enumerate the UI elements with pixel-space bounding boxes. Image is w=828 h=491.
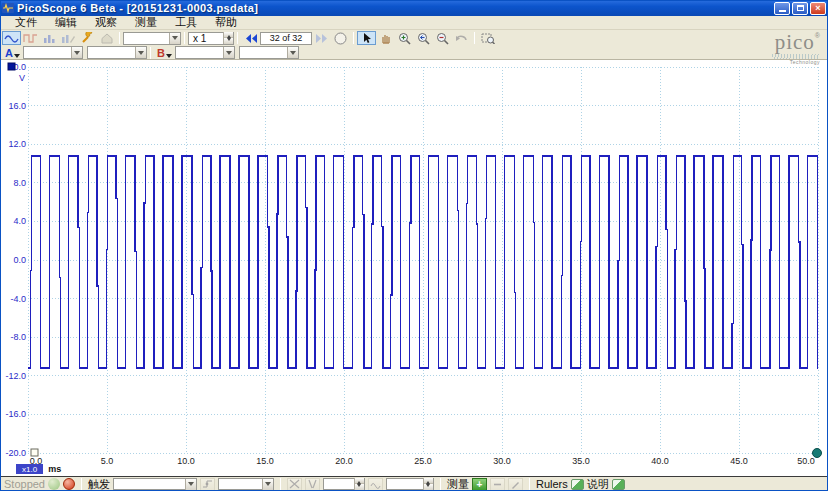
measurements-label: 测量 xyxy=(447,477,469,491)
x-axis-label: 35.0 xyxy=(572,456,590,466)
spectrum-view-button[interactable] xyxy=(21,31,40,45)
delete-measurement-button[interactable] xyxy=(490,478,505,491)
start-button[interactable] xyxy=(48,478,60,490)
channels-toolbar: A B xyxy=(0,46,828,60)
zoom-full-tool-button[interactable] xyxy=(414,31,433,45)
first-buffer-button[interactable] xyxy=(241,31,260,45)
add-measurement-button[interactable]: + xyxy=(472,478,487,491)
wrench-icon xyxy=(81,32,95,44)
marquee-zoom-icon xyxy=(481,32,495,44)
y-axis-label: 8.0 xyxy=(13,178,26,188)
chevron-down-icon xyxy=(287,47,298,58)
pretrigger-spinner[interactable] xyxy=(386,478,434,490)
sine-wave-icon xyxy=(4,33,19,44)
x-axis-label: 25.0 xyxy=(414,456,432,466)
menu-view[interactable]: 观察 xyxy=(86,15,126,30)
pan-tool-button[interactable] xyxy=(376,31,395,45)
zoom-factor-spinner[interactable]: x 1 xyxy=(188,32,234,45)
channel-b-coupling-select[interactable] xyxy=(239,46,299,59)
hand-icon xyxy=(380,32,392,44)
trigger-hysteresis-button[interactable] xyxy=(305,478,320,491)
undo-zoom-button[interactable] xyxy=(452,31,471,45)
x-axis-label: 45.0 xyxy=(730,456,748,466)
minimize-button[interactable] xyxy=(774,2,790,15)
double-right-arrow-icon xyxy=(315,33,329,44)
window-title: PicoScope 6 Beta - [20151231-0003.psdata… xyxy=(17,2,772,14)
rising-edge-icon xyxy=(202,479,213,489)
menu-help[interactable]: 帮助 xyxy=(206,15,246,30)
x-axis-label: 15.0 xyxy=(256,456,274,466)
buffer-position[interactable]: 32 of 32 xyxy=(260,32,312,45)
rulers-settings-icon[interactable] xyxy=(571,479,584,490)
run-state-label: Stopped xyxy=(4,478,45,490)
title-bar[interactable]: PicoScope 6 Beta - [20151231-0003.psdata… xyxy=(0,0,828,16)
registered-mark: ® xyxy=(815,32,820,39)
statusbar-separator xyxy=(529,478,530,490)
close-button[interactable]: × xyxy=(810,2,826,15)
chevron-down-icon xyxy=(14,54,20,58)
zoom-out-icon xyxy=(436,32,449,45)
marquee-zoom-button[interactable] xyxy=(478,31,497,45)
channel-a-coupling-select[interactable] xyxy=(87,46,147,59)
channel-a-ruler-handle[interactable] xyxy=(8,63,15,70)
xy-view-button[interactable] xyxy=(59,31,78,45)
square-wave-icon xyxy=(23,33,38,44)
timebase-select[interactable] xyxy=(123,32,181,45)
toolbar-separator xyxy=(353,32,354,44)
notes-settings-icon[interactable] xyxy=(612,479,625,490)
pico-brand-text: pico xyxy=(775,30,815,54)
statusbar-separator xyxy=(81,478,82,490)
x-unit-label: ms xyxy=(48,464,61,474)
channel-b-range-select[interactable] xyxy=(175,46,235,59)
menu-tools[interactable]: 工具 xyxy=(166,15,206,30)
scope-view-button[interactable] xyxy=(2,31,21,45)
channel-a-range-select[interactable] xyxy=(23,46,83,59)
notes-label: 说明 xyxy=(587,477,609,491)
spinner-arrows[interactable] xyxy=(223,32,233,44)
spinner-arrows[interactable] xyxy=(354,478,364,490)
y-axis-label: -12.0 xyxy=(5,371,26,381)
persistence-view-button[interactable] xyxy=(40,31,59,45)
edit-measurement-button[interactable] xyxy=(508,478,523,491)
pico-sub-text: Technology xyxy=(754,59,820,65)
zoom-factor-value: x 1 xyxy=(189,33,223,44)
spinner-arrows[interactable] xyxy=(423,478,433,490)
channel-b-label[interactable]: B xyxy=(154,47,175,59)
zoom-out-tool-button[interactable] xyxy=(433,31,452,45)
trigger-edge-button[interactable] xyxy=(200,478,215,491)
scope-plot-area[interactable]: 0.05.010.015.020.025.030.035.040.045.050… xyxy=(0,60,828,476)
channel-a-letter: A xyxy=(5,47,13,59)
x-scale-strip: x1.0 ms xyxy=(16,464,61,474)
menu-edit[interactable]: 编辑 xyxy=(46,15,86,30)
x-axis-label: 10.0 xyxy=(177,456,195,466)
select-tool-button[interactable] xyxy=(357,31,376,45)
trigger-label: 触发 xyxy=(88,477,110,491)
menu-measure[interactable]: 测量 xyxy=(126,15,166,30)
cursor-arrow-icon xyxy=(361,32,372,44)
trigger-threshold-button[interactable] xyxy=(287,478,302,491)
trigger-mode-select[interactable] xyxy=(113,478,197,490)
pretrigger-waveform-button[interactable] xyxy=(368,478,383,491)
y-axis-label: 0.0 xyxy=(13,255,26,265)
compass-icon xyxy=(334,32,347,45)
trigger-source-select[interactable] xyxy=(218,478,274,490)
toolbar-separator xyxy=(474,32,475,44)
buffer-navigator-button[interactable] xyxy=(331,31,350,45)
channel-b-letter: B xyxy=(157,47,165,59)
zoom-full-icon xyxy=(417,32,430,45)
menu-file[interactable]: 文件 xyxy=(6,15,46,30)
restore-button[interactable] xyxy=(792,2,808,15)
x-axis-label: 50.0 xyxy=(797,456,815,466)
scope-canvas: 0.05.010.015.020.025.030.035.040.045.050… xyxy=(0,60,828,476)
caliper-icon xyxy=(307,479,318,489)
stop-button[interactable] xyxy=(63,478,75,490)
next-buffer-button[interactable] xyxy=(312,31,331,45)
home-button[interactable] xyxy=(97,31,116,45)
note-page-icon[interactable] xyxy=(31,449,38,456)
trigger-level-spinner[interactable] xyxy=(323,478,365,490)
y-axis-label: -20.0 xyxy=(5,448,26,458)
time-ruler-handle[interactable] xyxy=(813,449,822,458)
properties-button[interactable] xyxy=(78,31,97,45)
channel-a-label[interactable]: A xyxy=(2,47,23,59)
zoom-in-tool-button[interactable] xyxy=(395,31,414,45)
